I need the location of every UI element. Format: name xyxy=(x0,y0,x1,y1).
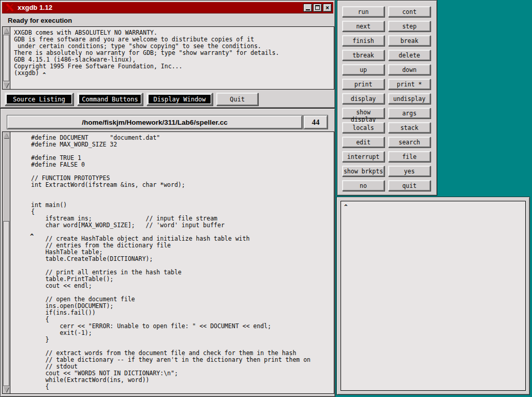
status-message: Ready for execution xyxy=(8,17,72,24)
command-button[interactable]: delete xyxy=(388,50,431,61)
command-button[interactable]: cont xyxy=(388,6,431,17)
code-line: #define FALSE 0 xyxy=(31,161,333,168)
file-path-bar[interactable]: /home/fiskjm/Homework/311/Lab6/speller.c… xyxy=(7,115,302,129)
command-button[interactable]: run xyxy=(342,6,385,17)
source-listing[interactable]: #define DOCUMENT "document.dat" #define … xyxy=(2,131,334,394)
source-scrollbar[interactable] xyxy=(3,132,10,393)
gdb-console[interactable]: XXGDB comes with ABSOLUTELY NO WARRANTY.… xyxy=(2,26,334,90)
scroll-down-icon[interactable] xyxy=(3,82,10,89)
command-button[interactable]: up xyxy=(342,64,385,75)
code-line: } xyxy=(31,336,333,343)
command-button[interactable]: next xyxy=(342,21,385,32)
command-button[interactable]: file xyxy=(388,151,431,162)
command-button[interactable]: undisplay xyxy=(388,93,431,104)
code-line: int main() xyxy=(31,202,333,209)
code-line: while(ExtractWord(ins, word)) xyxy=(31,377,333,384)
code-line: if(ins.fail()) xyxy=(31,310,333,316)
command-button[interactable]: show display xyxy=(342,108,385,119)
close-icon: × xyxy=(326,5,329,11)
x11-logo-icon xyxy=(6,4,14,11)
command-button[interactable]: step xyxy=(388,21,431,32)
command-button[interactable]: edit xyxy=(342,137,385,148)
maximize-icon xyxy=(315,5,320,10)
command-button[interactable]: down xyxy=(388,64,431,75)
command-button[interactable]: quit xyxy=(388,180,431,191)
command-button[interactable]: args xyxy=(388,108,431,119)
command-button[interactable]: locals xyxy=(342,122,385,133)
display-content[interactable]: ^ xyxy=(341,201,526,391)
command-button[interactable]: display xyxy=(342,93,385,104)
display-window: ^ xyxy=(336,197,530,395)
command-button[interactable]: stack xyxy=(388,122,431,133)
code-line: char word[MAX_WORD_SIZE]; // 'word' inpu… xyxy=(31,222,333,229)
command-grid: run cont next step finish break tbreak d… xyxy=(342,6,431,191)
command-button[interactable]: show brkpts xyxy=(342,166,385,177)
console-output[interactable]: XXGDB comes with ABSOLUTELY NO WARRANTY.… xyxy=(10,27,334,89)
code-line: { xyxy=(31,384,333,390)
console-scrollbar[interactable] xyxy=(3,27,10,89)
console-prompt-line: (xxgdb) ^ xyxy=(14,70,333,77)
source-scroll-thumb[interactable] xyxy=(3,221,9,386)
command-panel: run cont next step finish break tbreak d… xyxy=(337,0,437,196)
command-button[interactable]: no xyxy=(342,180,385,191)
minimize-icon xyxy=(306,9,310,10)
source-code[interactable]: #define DOCUMENT "document.dat" #define … xyxy=(10,132,334,393)
execution-caret: ^ xyxy=(30,233,34,240)
minimize-button[interactable] xyxy=(303,4,312,12)
code-line: int ExtractWord(ifstream &ins, char *wor… xyxy=(31,182,333,188)
view-toggle-button[interactable]: Display Window xyxy=(146,93,213,106)
console-line: Copyright 1995 Free Software Foundation,… xyxy=(14,63,333,70)
window-title: xxgdb 1.12 xyxy=(18,4,303,11)
gdb-prompt: (xxgdb) xyxy=(14,69,42,77)
text-cursor: ^ xyxy=(42,71,46,78)
desktop: xxgdb 1.12 × Ready for execution xyxy=(0,0,532,397)
text-cursor: ^ xyxy=(344,203,348,210)
scroll-down-icon[interactable] xyxy=(3,386,10,393)
command-button[interactable]: tbreak xyxy=(342,50,385,61)
scroll-up-icon[interactable] xyxy=(3,132,10,139)
command-button[interactable]: print * xyxy=(388,79,431,90)
code-line: table.CreateTable(DICTIONARY); xyxy=(31,256,333,262)
command-button[interactable]: break xyxy=(388,35,431,46)
command-button[interactable]: interrupt xyxy=(342,151,385,162)
source-window: /home/fiskjm/Homework/311/Lab6/speller.c… xyxy=(0,108,335,397)
command-button[interactable]: print xyxy=(342,79,385,90)
view-toggle-button[interactable]: Source Listing xyxy=(5,93,73,106)
console-scroll-thumb[interactable] xyxy=(3,35,9,81)
titlebar[interactable]: xxgdb 1.12 × xyxy=(2,2,333,13)
code-line: #define MAX_WORD_SIZE 32 xyxy=(31,141,333,148)
close-button[interactable]: × xyxy=(323,4,332,12)
code-line: cout << endl; xyxy=(31,283,333,289)
code-line: exit(-1); xyxy=(31,330,333,336)
code-line xyxy=(31,188,333,195)
view-toggle-button[interactable]: Command Buttons xyxy=(77,93,143,106)
line-number-box: 44 xyxy=(304,115,328,129)
main-window: xxgdb 1.12 × Ready for execution xyxy=(0,0,335,108)
maximize-button[interactable] xyxy=(313,4,322,12)
view-toggle-row: Source Listing Command Buttons Display W… xyxy=(5,93,213,106)
command-button[interactable]: yes xyxy=(388,166,431,177)
scroll-up-icon[interactable] xyxy=(3,27,10,34)
command-button[interactable]: finish xyxy=(342,35,385,46)
quit-window-button[interactable]: Quit xyxy=(216,93,258,106)
command-button[interactable]: search xyxy=(388,137,431,148)
code-line xyxy=(31,195,333,202)
